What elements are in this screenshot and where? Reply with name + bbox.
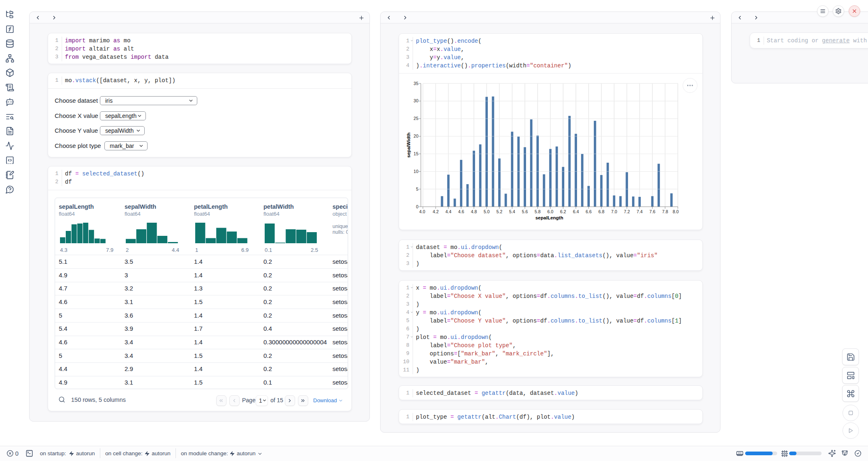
svg-text:sepalLength: sepalLength	[536, 215, 563, 220]
svg-text:6.6: 6.6	[586, 209, 592, 214]
svg-text:7.6: 7.6	[649, 209, 656, 214]
svg-text:30: 30	[413, 98, 418, 103]
svg-text:7.0: 7.0	[611, 209, 617, 214]
svg-text:6.8: 6.8	[598, 209, 605, 214]
svg-text:7.2: 7.2	[624, 209, 630, 214]
svg-text:6.0: 6.0	[547, 209, 554, 214]
svg-text:5.4: 5.4	[509, 209, 515, 214]
svg-text:4.4: 4.4	[446, 209, 452, 214]
svg-text:15: 15	[413, 151, 418, 156]
svg-text:7.8: 7.8	[662, 209, 668, 214]
svg-text:sepalWidth: sepalWidth	[406, 132, 411, 157]
svg-text:4.2: 4.2	[433, 209, 439, 214]
svg-text:4.6: 4.6	[458, 209, 464, 214]
svg-text:20: 20	[413, 134, 418, 138]
svg-text:5.6: 5.6	[522, 209, 528, 214]
svg-text:8.0: 8.0	[673, 209, 679, 214]
svg-text:35: 35	[413, 81, 418, 86]
svg-text:4.0: 4.0	[419, 209, 425, 214]
svg-text:6.4: 6.4	[573, 209, 579, 214]
svg-text:5.0: 5.0	[484, 209, 490, 214]
svg-text:10: 10	[413, 169, 418, 174]
svg-text:0: 0	[416, 204, 418, 209]
svg-text:5.8: 5.8	[535, 209, 541, 214]
svg-text:4.8: 4.8	[471, 209, 477, 214]
svg-text:7.4: 7.4	[637, 209, 643, 214]
svg-text:5: 5	[416, 187, 418, 191]
svg-text:6.2: 6.2	[560, 209, 566, 214]
svg-text:25: 25	[413, 116, 418, 121]
svg-text:5.2: 5.2	[496, 209, 503, 214]
